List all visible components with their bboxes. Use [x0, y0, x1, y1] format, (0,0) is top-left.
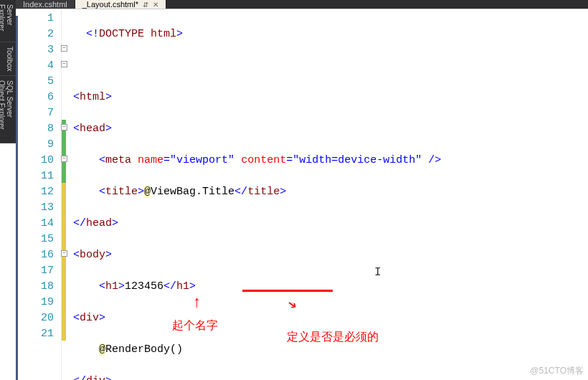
line-number: 21: [16, 326, 61, 342]
code-token: content: [241, 154, 286, 166]
code-token: >: [189, 280, 196, 293]
code-token: <!: [86, 28, 99, 40]
code-editor[interactable]: 123−4−5678−910−111213141516−1718192021 <…: [16, 9, 588, 380]
code-token: >: [280, 186, 286, 198]
code-token: 123456: [125, 280, 163, 293]
code-token: <: [73, 249, 80, 261]
line-number: 6: [16, 90, 61, 105]
editor-area: Index.cshtml _Layout.cshtml* ⇵ ✕ 123−4−5…: [16, 0, 588, 380]
code-token: h1: [176, 280, 189, 293]
code-token: <: [73, 123, 80, 135]
code-token: div: [80, 312, 99, 324]
code-token: h1: [105, 280, 118, 293]
code-token: >: [112, 217, 118, 229]
line-number: 8−: [16, 121, 61, 137]
annotation-name-label: 起个名字: [172, 318, 218, 333]
line-number: 5: [16, 74, 61, 90]
line-number: 15: [16, 232, 61, 247]
code-token: <: [73, 91, 80, 103]
razor-at-icon: @: [99, 343, 105, 356]
annotation-required-label: 定义是否是必须的: [287, 330, 379, 345]
sidebar-item-sql-explorer[interactable]: SQL Server Object Explorer: [0, 76, 16, 143]
code-token: <: [99, 186, 105, 198]
line-number: 9: [16, 137, 61, 153]
code-token: =: [163, 154, 170, 166]
code-token: >: [138, 186, 144, 198]
tab-label: Index.cshtml: [23, 0, 67, 9]
code-token: <: [99, 154, 105, 166]
code-token: </: [234, 186, 247, 198]
code-token: name: [138, 154, 163, 166]
code-token: >: [118, 280, 125, 293]
close-icon[interactable]: ✕: [153, 1, 158, 9]
code-token: >: [99, 312, 105, 324]
tab-index[interactable]: Index.cshtml: [16, 0, 75, 9]
code-token: </: [163, 280, 176, 293]
code-token: head: [80, 123, 105, 135]
code-token: </: [73, 375, 86, 380]
razor-at-icon: @: [144, 186, 151, 198]
code-token: "width=device-width": [293, 154, 422, 166]
code-token: =: [286, 154, 293, 166]
line-number: 14: [16, 216, 61, 232]
line-number: 4−: [16, 58, 61, 74]
code-token: div: [86, 375, 105, 380]
sidebar-item-server-explorer[interactable]: Server Explorer: [0, 0, 16, 42]
code-token: DOCTYPE: [99, 28, 144, 40]
code-token: <: [99, 280, 105, 293]
tab-layout[interactable]: _Layout.cshtml* ⇵ ✕: [75, 0, 166, 9]
editor-left-border: [16, 16, 18, 380]
tab-label: _Layout.cshtml*: [82, 0, 138, 9]
line-number: 16−: [16, 247, 61, 263]
pin-icon[interactable]: ⇵: [143, 1, 148, 9]
code-token: head: [86, 217, 112, 229]
code-content[interactable]: <!DOCTYPE html> <html> <head> <meta name…: [66, 9, 588, 380]
code-token: "viewport": [170, 154, 234, 166]
code-token: html: [80, 91, 105, 103]
line-number: 2: [16, 27, 61, 42]
annotation-underline: [242, 290, 333, 292]
line-number: 12: [16, 184, 61, 200]
sidebar-item-toolbox[interactable]: Toolbox: [0, 42, 16, 76]
code-token: >: [105, 91, 112, 103]
code-token: title: [105, 186, 138, 198]
code-token: ViewBag.Title: [151, 186, 234, 198]
line-number: 13: [16, 200, 61, 216]
code-token: >: [105, 249, 112, 261]
line-number: 10−: [16, 153, 61, 168]
code-token: >: [105, 375, 112, 380]
code-token: body: [80, 249, 105, 261]
watermark-text: @51CTO博客: [530, 365, 584, 377]
arrow-up-icon: ↑: [192, 295, 201, 311]
text-cursor-icon: I: [374, 265, 381, 280]
code-token: >: [105, 123, 112, 135]
code-token: </: [73, 217, 86, 229]
line-number: 17: [16, 263, 61, 279]
code-token: title: [247, 186, 280, 198]
line-number: 7: [16, 105, 61, 121]
line-number: 20: [16, 310, 61, 326]
line-number: 3−: [16, 42, 61, 58]
code-token: />: [422, 154, 441, 166]
code-token: html: [144, 28, 176, 40]
line-number: 11: [16, 168, 61, 184]
line-number-gutter: 123−4−5678−910−111213141516−1718192021: [16, 9, 62, 380]
code-token: >: [176, 28, 183, 40]
code-token: meta: [105, 154, 131, 166]
side-toolbar: Server Explorer Toolbox SQL Server Objec…: [0, 0, 16, 143]
line-number: 1: [16, 11, 61, 27]
code-token: <: [73, 312, 80, 324]
code-token: RenderBody(): [105, 343, 183, 356]
line-number: 19: [16, 295, 61, 310]
tab-bar: Index.cshtml _Layout.cshtml* ⇵ ✕: [16, 0, 588, 9]
line-number: 18: [16, 279, 61, 295]
